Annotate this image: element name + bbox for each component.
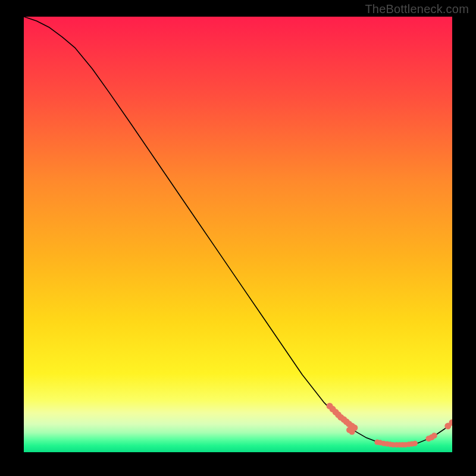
watermark-text: TheBottleneck.com: [365, 2, 469, 16]
gradient-background: [24, 17, 452, 452]
data-marker: [349, 428, 355, 434]
chart-frame: TheBottleneck.com: [0, 0, 476, 476]
data-marker: [412, 441, 418, 446]
plot-area: [24, 17, 452, 452]
data-marker: [431, 433, 437, 439]
chart-svg: [24, 17, 452, 452]
